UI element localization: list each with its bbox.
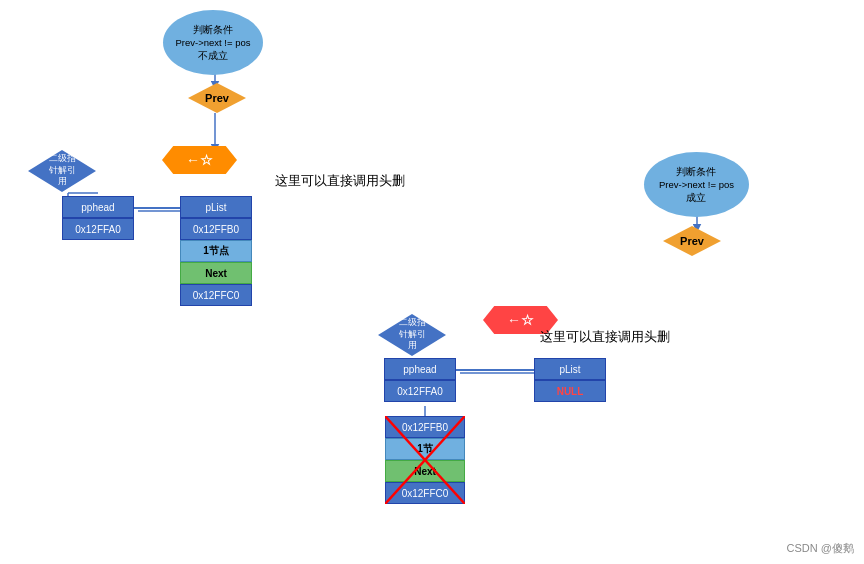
right-pphead-addr: 0x12FFA0	[384, 380, 456, 402]
left-node1: 1节点	[180, 240, 252, 262]
left-prev-diamond: Prev	[188, 83, 246, 113]
left-next-label: Next	[205, 268, 227, 279]
left-pointer-label: 二级指 针解引用	[28, 150, 96, 192]
left-pphead-addr-label: 0x12FFA0	[75, 224, 121, 235]
left-next: Next	[180, 262, 252, 284]
main-canvas: 判断条件 Prev->next != pos 不成立 Prev ←☆ 二级指 针…	[0, 0, 864, 564]
left-arrow-shape: ←☆	[162, 146, 237, 174]
right-condition-top-label: 判断条件 Prev->next != pos 成立	[659, 165, 734, 205]
left-plist-label: pList	[205, 202, 226, 213]
right-prev-label: Prev	[680, 235, 704, 247]
right-null-box: NULL	[534, 380, 606, 402]
right-pointer-label: 二级指 针解引用	[378, 314, 446, 356]
left-plist-addr: 0x12FFB0	[180, 218, 252, 240]
left-arrow-symbol: ←☆	[186, 152, 213, 168]
left-next-addr: 0x12FFC0	[180, 284, 252, 306]
crossed-next: Next	[414, 466, 436, 477]
right-direct-call-text: 这里可以直接调用头删	[540, 328, 670, 346]
left-plist-addr-label: 0x12FFB0	[193, 224, 239, 235]
right-pointer-text: 二级指 针解引用	[395, 317, 429, 352]
left-node1-label: 1节点	[203, 244, 229, 258]
right-pphead-box: pphead	[384, 358, 456, 380]
left-condition-top: 判断条件 Prev->next != pos 不成立	[163, 10, 263, 75]
left-direct-call-text: 这里可以直接调用头删	[275, 172, 405, 190]
crossed-box-3: Next	[385, 460, 465, 482]
watermark: CSDN @傻鹅	[787, 541, 854, 556]
left-plist-box: pList	[180, 196, 252, 218]
crossed-addr1: 0x12FFB0	[402, 422, 448, 433]
left-pphead-label: pphead	[81, 202, 114, 213]
right-pphead-label: pphead	[403, 364, 436, 375]
crossed-box-1: 0x12FFB0	[385, 416, 465, 438]
left-next-addr-label: 0x12FFC0	[193, 290, 240, 301]
left-pphead-box: pphead	[62, 196, 134, 218]
right-prev-diamond: Prev	[663, 226, 721, 256]
right-arrow-symbol: ←☆	[507, 312, 534, 328]
left-pphead-addr: 0x12FFA0	[62, 218, 134, 240]
right-plist-label: pList	[559, 364, 580, 375]
right-plist-box: pList	[534, 358, 606, 380]
crossed-box-2: 1节	[385, 438, 465, 460]
left-prev-label: Prev	[205, 92, 229, 104]
crossed-addr2: 0x12FFC0	[402, 488, 449, 499]
right-pphead-addr-label: 0x12FFA0	[397, 386, 443, 397]
right-null-label: NULL	[557, 386, 584, 397]
crossed-box-4: 0x12FFC0	[385, 482, 465, 504]
left-pointer-text: 二级指 针解引用	[45, 153, 79, 188]
crossed-node: 1节	[417, 442, 433, 456]
left-condition-top-label: 判断条件 Prev->next != pos 不成立	[176, 23, 251, 63]
right-condition-top: 判断条件 Prev->next != pos 成立	[644, 152, 749, 217]
